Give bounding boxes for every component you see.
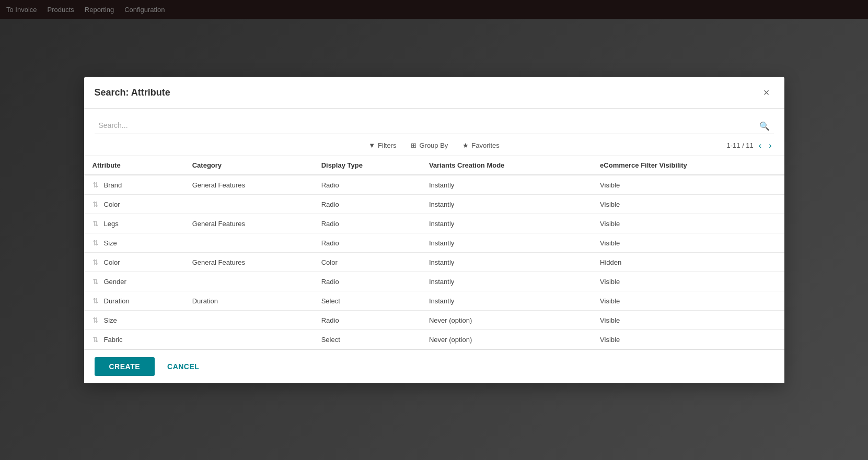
cell-variants-creation-mode: Instantly — [421, 291, 592, 311]
table-row[interactable]: ⇅ColorRadioInstantlyVisible — [84, 195, 784, 214]
pagination-text: 1-11 / 11 — [727, 141, 754, 149]
th-category: Category — [184, 156, 313, 175]
cell-ecommerce-filter-visibility: Visible — [592, 233, 784, 253]
table-row[interactable]: ⇅GenderRadioInstantlyVisible — [84, 272, 784, 291]
attr-name-text: Size — [104, 316, 117, 324]
cell-attribute: ⇅Legs — [84, 214, 184, 233]
drag-handle-icon[interactable]: ⇅ — [92, 277, 99, 286]
modal-close-button[interactable]: × — [759, 85, 774, 100]
attributes-table: Attribute Category Display Type Variants… — [84, 156, 784, 349]
table-row[interactable]: ⇅SizeRadioNever (option)Visible — [84, 311, 784, 330]
cell-attribute: ⇅Size — [84, 311, 184, 330]
pagination-next-button[interactable]: › — [767, 140, 773, 151]
table-label-row: Attribute Category Display Type Variants… — [84, 156, 784, 175]
cell-category — [184, 233, 313, 253]
cell-variants-creation-mode: Instantly — [421, 175, 592, 195]
cell-attribute: ⇅Gender — [84, 272, 184, 291]
table-row[interactable]: ⇅SizeRadioInstantlyVisible — [84, 233, 784, 253]
cell-variants-creation-mode: Instantly — [421, 195, 592, 214]
cell-variants-creation-mode: Instantly — [421, 233, 592, 253]
filters-label: Filters — [378, 141, 396, 149]
search-area: 🔍 ▼ Filters ⊞ Group By ★ Favorites 1-11 … — [84, 109, 784, 156]
group-by-button[interactable]: ⊞ Group By — [406, 139, 453, 151]
table-row[interactable]: ⇅BrandGeneral FeaturesRadioInstantlyVisi… — [84, 175, 784, 195]
attr-name-text: Fabric — [104, 336, 123, 344]
th-attribute: Attribute — [84, 156, 184, 175]
cell-variants-creation-mode: Never (option) — [421, 311, 592, 330]
th-variants-creation-mode: Variants Creation Mode — [421, 156, 592, 175]
drag-handle-icon[interactable]: ⇅ — [92, 335, 99, 344]
chevron-right-icon: › — [769, 141, 771, 150]
attr-name-text: Legs — [104, 220, 119, 228]
create-button[interactable]: CREATE — [95, 357, 155, 376]
group-by-icon: ⊞ — [411, 141, 416, 149]
th-display-type: Display Type — [313, 156, 421, 175]
cell-variants-creation-mode: Instantly — [421, 272, 592, 291]
cell-attribute: ⇅Color — [84, 253, 184, 272]
drag-handle-icon[interactable]: ⇅ — [92, 239, 99, 247]
table-row[interactable]: ⇅ColorGeneral FeaturesColorInstantlyHidd… — [84, 253, 784, 272]
cell-category: General Features — [184, 175, 313, 195]
cell-category — [184, 330, 313, 349]
drag-handle-icon[interactable]: ⇅ — [92, 200, 99, 208]
favorites-label: Favorites — [471, 141, 499, 149]
modal-footer: CREATE CANCEL — [84, 349, 784, 383]
cell-ecommerce-filter-visibility: Visible — [592, 195, 784, 214]
cell-ecommerce-filter-visibility: Visible — [592, 272, 784, 291]
cell-attribute: ⇅Size — [84, 233, 184, 253]
cell-ecommerce-filter-visibility: Visible — [592, 330, 784, 349]
chevron-left-icon: ‹ — [759, 141, 761, 150]
filters-button[interactable]: ▼ Filters — [363, 139, 401, 151]
cell-variants-creation-mode: Never (option) — [421, 330, 592, 349]
table-row[interactable]: ⇅FabricSelectNever (option)Visible — [84, 330, 784, 349]
search-button[interactable]: 🔍 — [759, 121, 770, 131]
search-input[interactable] — [95, 117, 774, 134]
pagination-info: 1-11 / 11 ‹ › — [727, 140, 774, 151]
cell-category — [184, 311, 313, 330]
table-body: ⇅BrandGeneral FeaturesRadioInstantlyVisi… — [84, 175, 784, 349]
star-icon: ★ — [462, 141, 469, 149]
cell-display-type: Radio — [313, 214, 421, 233]
drag-handle-icon[interactable]: ⇅ — [92, 258, 99, 266]
cell-attribute: ⇅Brand — [84, 175, 184, 195]
cell-category — [184, 272, 313, 291]
search-input-wrapper: 🔍 — [95, 117, 774, 134]
attr-name-text: Size — [104, 239, 117, 247]
modal-backdrop: Search: Attribute × 🔍 ▼ Filters ⊞ Group … — [0, 0, 868, 460]
cell-display-type: Radio — [313, 175, 421, 195]
cell-variants-creation-mode: Instantly — [421, 253, 592, 272]
filter-icon: ▼ — [368, 141, 375, 149]
attr-name-text: Brand — [104, 181, 122, 189]
cell-display-type: Select — [313, 330, 421, 349]
cell-display-type: Color — [313, 253, 421, 272]
search-attribute-modal: Search: Attribute × 🔍 ▼ Filters ⊞ Group … — [84, 77, 784, 383]
cell-ecommerce-filter-visibility: Visible — [592, 214, 784, 233]
favorites-button[interactable]: ★ Favorites — [457, 139, 504, 151]
cell-attribute: ⇅Color — [84, 195, 184, 214]
modal-header: Search: Attribute × — [84, 77, 784, 109]
cell-display-type: Radio — [313, 311, 421, 330]
pagination-prev-button[interactable]: ‹ — [757, 140, 763, 151]
cell-ecommerce-filter-visibility: Hidden — [592, 253, 784, 272]
drag-handle-icon[interactable]: ⇅ — [92, 219, 99, 228]
drag-handle-icon[interactable]: ⇅ — [92, 181, 99, 189]
search-icon: 🔍 — [759, 121, 770, 130]
cell-category: General Features — [184, 214, 313, 233]
cancel-button[interactable]: CANCEL — [160, 357, 206, 376]
attr-name-text: Color — [104, 258, 120, 266]
cell-attribute: ⇅Fabric — [84, 330, 184, 349]
cell-display-type: Radio — [313, 272, 421, 291]
modal-title: Search: Attribute — [95, 87, 170, 98]
cell-ecommerce-filter-visibility: Visible — [592, 311, 784, 330]
drag-handle-icon[interactable]: ⇅ — [92, 297, 99, 305]
drag-handle-icon[interactable]: ⇅ — [92, 316, 99, 324]
filter-bar: ▼ Filters ⊞ Group By ★ Favorites 1-11 / … — [95, 139, 774, 151]
table-row[interactable]: ⇅DurationDurationSelectInstantlyVisible — [84, 291, 784, 311]
th-ecommerce-filter-visibility: eCommerce Filter Visibility — [592, 156, 784, 175]
cell-category: Duration — [184, 291, 313, 311]
table-row[interactable]: ⇅LegsGeneral FeaturesRadioInstantlyVisib… — [84, 214, 784, 233]
cell-variants-creation-mode: Instantly — [421, 214, 592, 233]
table-container: Attribute Category Display Type Variants… — [84, 156, 784, 349]
cell-category — [184, 195, 313, 214]
cell-display-type: Radio — [313, 195, 421, 214]
